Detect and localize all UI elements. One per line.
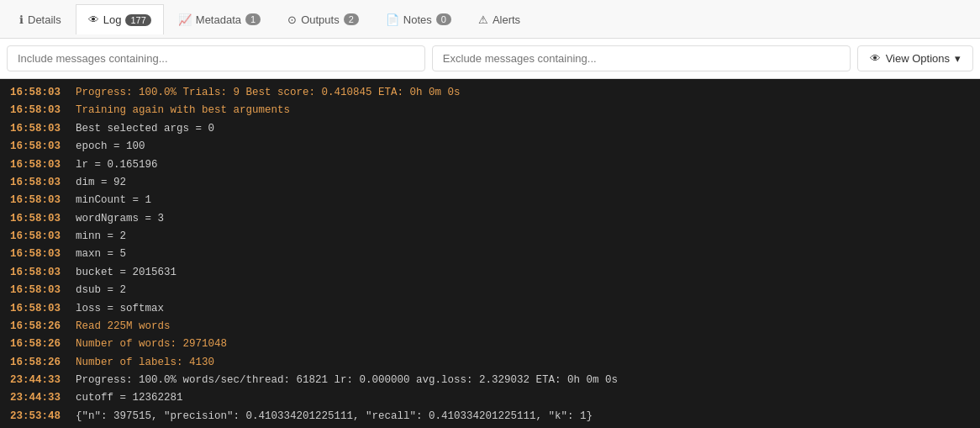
log-line: 16:58:03dsub = 2 [0, 282, 980, 299]
log-message: loss = softmax [76, 301, 164, 317]
exclude-filter-input[interactable] [432, 45, 851, 71]
log-message: Number of words: 2971048 [76, 336, 227, 352]
tab-metadata[interactable]: 📈Metadata1 [166, 4, 273, 34]
outputs-tab-icon: ⊙ [287, 13, 297, 26]
log-line: 16:58:03epoch = 100 [0, 138, 980, 156]
tab-log[interactable]: 👁Log177 [76, 4, 164, 34]
log-message: lr = 0.165196 [76, 157, 158, 173]
outputs-tab-label: Outputs [301, 13, 340, 26]
log-message: minCount = 1 [76, 193, 151, 209]
log-line: 16:58:03Progress: 100.0% Trials: 9 Best … [0, 84, 980, 102]
log-message: Read 225M words [76, 319, 171, 335]
log-line: 16:58:26Number of words: 2971048 [0, 336, 980, 353]
log-timestamp: 16:58:03 [10, 193, 71, 209]
tab-outputs[interactable]: ⊙Outputs2 [275, 4, 371, 34]
log-line: 16:58:03lr = 0.165196 [0, 156, 980, 174]
log-line: 23:44:33Progress: 100.0% words/sec/threa… [0, 372, 980, 389]
log-line: 23:53:48{"n": 397515, "precision": 0.410… [0, 408, 980, 425]
log-message: epoch = 100 [76, 139, 145, 155]
notes-tab-badge: 0 [436, 13, 451, 25]
alerts-tab-icon: ⚠ [478, 13, 488, 26]
log-timestamp: 16:58:03 [10, 103, 71, 119]
outputs-tab-badge: 2 [344, 13, 359, 25]
log-timestamp: 16:58:26 [10, 355, 71, 371]
tab-details[interactable]: ℹDetails [7, 4, 74, 34]
log-area[interactable]: 16:58:03Progress: 100.0% Trials: 9 Best … [0, 79, 980, 428]
log-message: Training again with best arguments [76, 103, 290, 119]
view-options-button[interactable]: 👁 View Options ▾ [857, 45, 973, 71]
log-line: 16:58:26Number of labels: 4130 [0, 354, 980, 372]
filter-bar: 👁 View Options ▾ [0, 39, 980, 79]
log-line: 16:58:03minn = 2 [0, 228, 980, 246]
metadata-tab-label: Metadata [196, 13, 241, 26]
log-line: 23:44:33cutoff = 12362281 [0, 389, 980, 407]
log-message: cutoff = 12362281 [76, 390, 183, 406]
log-line: 16:58:03dim = 92 [0, 174, 980, 192]
log-message: bucket = 2015631 [76, 265, 177, 281]
log-line: 16:58:03wordNgrams = 3 [0, 210, 980, 228]
log-timestamp: 16:58:03 [10, 283, 71, 299]
log-line: 16:58:03bucket = 2015631 [0, 264, 980, 282]
metadata-tab-badge: 1 [245, 13, 261, 25]
log-line: 16:58:03Best selected args = 0 [0, 120, 980, 138]
log-timestamp: 16:58:03 [10, 211, 71, 227]
log-message: wordNgrams = 3 [76, 211, 164, 227]
log-line: 16:58:03maxn = 5 [0, 246, 980, 263]
log-timestamp: 16:58:26 [10, 336, 71, 352]
notes-tab-label: Notes [403, 13, 432, 26]
log-timestamp: 23:44:33 [10, 373, 71, 388]
log-message: maxn = 5 [76, 246, 126, 262]
log-message: Progress: 100.0% words/sec/thread: 61821… [76, 373, 618, 388]
include-filter-input[interactable] [7, 45, 425, 71]
log-timestamp: 16:58:03 [10, 85, 71, 101]
log-timestamp: 16:58:03 [10, 301, 71, 317]
log-tab-icon: 👁 [88, 13, 99, 26]
log-timestamp: 16:58:03 [10, 157, 71, 173]
log-timestamp: 16:58:03 [10, 175, 71, 191]
alerts-tab-label: Alerts [493, 13, 520, 26]
tab-notes[interactable]: 📄Notes0 [373, 4, 464, 34]
log-line: 16:58:03Training again with best argumen… [0, 102, 980, 119]
log-tab-label: Log [103, 13, 122, 26]
log-message: Best selected args = 0 [76, 121, 214, 137]
log-timestamp: 16:58:03 [10, 265, 71, 281]
log-timestamp: 16:58:03 [10, 246, 71, 262]
log-timestamp: 23:53:48 [10, 409, 71, 425]
log-line: 16:58:03loss = softmax [0, 300, 980, 318]
tab-bar: ℹDetails👁Log177📈Metadata1⊙Outputs2📄Notes… [0, 0, 980, 39]
dropdown-icon: ▾ [955, 52, 961, 65]
log-message: {"n": 397515, "precision": 0.41033420122… [76, 409, 593, 425]
log-timestamp: 16:58:26 [10, 319, 71, 335]
log-line: 16:58:26Read 225M words [0, 318, 980, 336]
view-options-label: View Options [886, 52, 950, 65]
eye-icon: 👁 [870, 52, 881, 65]
log-message: minn = 2 [76, 229, 126, 245]
details-tab-label: Details [28, 13, 61, 26]
log-timestamp: 16:58:03 [10, 229, 71, 245]
log-message: Number of labels: 4130 [76, 355, 214, 371]
log-line: 16:58:03minCount = 1 [0, 192, 980, 209]
log-message: dim = 92 [76, 175, 126, 191]
log-tab-badge: 177 [125, 14, 150, 26]
log-message: dsub = 2 [76, 283, 126, 299]
log-timestamp: 16:58:03 [10, 121, 71, 137]
log-timestamp: 16:58:03 [10, 139, 71, 155]
tab-alerts[interactable]: ⚠Alerts [466, 4, 533, 34]
notes-tab-icon: 📄 [386, 13, 399, 26]
metadata-tab-icon: 📈 [178, 13, 192, 26]
log-message: Progress: 100.0% Trials: 9 Best score: 0… [76, 85, 461, 101]
details-tab-icon: ℹ [19, 13, 24, 26]
log-timestamp: 23:44:33 [10, 390, 71, 406]
